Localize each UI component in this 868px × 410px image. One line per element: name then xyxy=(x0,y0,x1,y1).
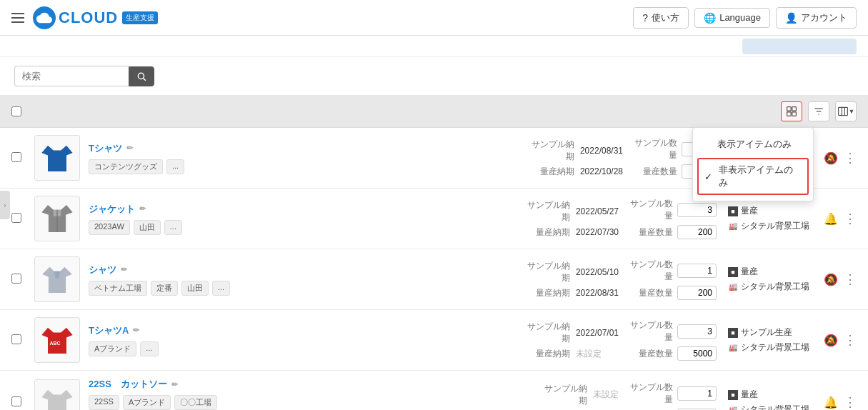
edit-icon-1[interactable]: ✏ xyxy=(139,204,146,214)
production-date-value-2: 2022/08/31 xyxy=(576,288,619,298)
help-button[interactable]: ? 使い方 xyxy=(633,7,689,29)
factory-icon-2: 🏭 xyxy=(728,282,738,292)
sample-qty-input-1[interactable] xyxy=(677,203,717,217)
more-button-0[interactable]: ⋮ xyxy=(844,150,857,166)
sample-qty-label-1: サンプル数量 xyxy=(630,198,673,222)
account-label: アカウント xyxy=(801,11,847,24)
product-name-link-2[interactable]: シャツ xyxy=(89,264,116,276)
account-icon: 👤 xyxy=(785,12,797,24)
bell-button-4[interactable]: 🔔 xyxy=(824,396,838,409)
status1-text-2: 量産 xyxy=(741,266,758,278)
filter-button[interactable] xyxy=(808,101,829,121)
select-all-checkbox[interactable] xyxy=(11,106,21,116)
production-date-value-0: 2022/10/28 xyxy=(580,166,623,176)
row-checkbox-4[interactable] xyxy=(11,396,26,409)
tag-3-1[interactable]: ... xyxy=(140,341,158,356)
search-input[interactable] xyxy=(14,66,129,86)
tag-0-1[interactable]: ... xyxy=(166,159,184,174)
tooltip-box xyxy=(742,39,857,54)
row-actions-1: 🔔 ⋮ xyxy=(824,211,857,226)
tag-0-0[interactable]: コンテンツグッズ xyxy=(89,159,163,174)
tag-2-2[interactable]: 山田 xyxy=(181,281,209,296)
dates-section-2: サンプル納期 2022/05/10 量産納期 2022/08/31 xyxy=(520,260,619,299)
product-name-link-0[interactable]: Tシャツ xyxy=(89,142,122,155)
status1-icon-2: ■ xyxy=(728,267,738,277)
production-qty-input-2[interactable] xyxy=(677,286,717,300)
svg-marker-20 xyxy=(41,390,72,410)
sidebar-toggle[interactable]: › xyxy=(0,191,10,219)
svg-rect-2 xyxy=(787,107,792,111)
factory-icon-1: 🏭 xyxy=(728,221,738,231)
factory-icon-3: 🏭 xyxy=(728,343,738,353)
tag-2-0[interactable]: ベトナム工場 xyxy=(89,281,147,296)
product-thumb-3: ABC xyxy=(34,317,80,363)
tag-4-2[interactable]: 〇〇工場 xyxy=(174,395,217,410)
tag-1-2[interactable]: ... xyxy=(164,220,182,235)
status2-text-3: シタテル背景工場 xyxy=(741,341,809,354)
more-button-2[interactable]: ⋮ xyxy=(844,271,857,287)
bell-button-0[interactable]: 🔕 xyxy=(824,151,838,165)
header-right: ? 使い方 🌐 Language 👤 アカウント xyxy=(633,7,857,29)
sample-qty-input-4[interactable] xyxy=(677,386,717,401)
logo-icon xyxy=(33,6,56,29)
row-actions-4: 🔔 ⋮ xyxy=(824,394,857,410)
edit-icon-0[interactable]: ✏ xyxy=(126,144,133,153)
row-actions-0: 🔕 ⋮ xyxy=(824,150,857,166)
edit-icon-4[interactable]: ✏ xyxy=(171,380,178,389)
bell-button-1[interactable]: 🔔 xyxy=(824,212,838,226)
more-button-1[interactable]: ⋮ xyxy=(844,211,857,226)
qty-section-4: サンプル数量 量産数量 xyxy=(630,381,717,410)
tag-4-1[interactable]: Aブランド xyxy=(123,395,171,410)
sample-qty-input-3[interactable] xyxy=(677,324,717,339)
tag-1-1[interactable]: 山田 xyxy=(134,220,161,235)
product-info-0: Tシャツ ✏ コンテンツグッズ... xyxy=(89,142,231,174)
tag-4-0[interactable]: 22SS xyxy=(89,395,119,410)
svg-rect-9 xyxy=(838,107,847,115)
status2-text-1: シタテル背景工場 xyxy=(741,220,809,232)
product-name-link-1[interactable]: ジャケット xyxy=(89,203,135,216)
dates-section-3: サンプル納期 2022/07/01 量産納期 未設定 xyxy=(520,321,619,360)
row-checkbox-2[interactable] xyxy=(11,274,26,286)
sample-qty-input-2[interactable] xyxy=(677,264,717,278)
product-name-3: TシャツA ✏ xyxy=(89,324,231,337)
status1-icon-4: ■ xyxy=(728,390,738,400)
display-toggle-button[interactable] xyxy=(781,101,802,121)
columns-button[interactable]: ▼ xyxy=(835,101,857,121)
language-button[interactable]: 🌐 Language xyxy=(694,8,770,28)
tag-2-1[interactable]: 定番 xyxy=(151,281,178,296)
bell-button-3[interactable]: 🔕 xyxy=(824,334,838,347)
edit-icon-2[interactable]: ✏ xyxy=(121,265,127,274)
sample-date-value-3: 2022/07/01 xyxy=(576,328,619,338)
sample-date-value-4: 未設定 xyxy=(593,389,619,401)
status-section-3: ■ サンプル生産 🏭 シタテル背景工場 xyxy=(728,326,809,354)
tag-2-3[interactable]: ... xyxy=(212,281,230,296)
product-name-link-3[interactable]: TシャツA xyxy=(89,324,129,337)
check-selected-icon: ✓ xyxy=(704,171,714,182)
production-qty-input-3[interactable] xyxy=(677,346,717,361)
more-button-4[interactable]: ⋮ xyxy=(844,394,857,410)
bell-button-2[interactable]: 🔕 xyxy=(824,273,838,286)
product-thumb-0 xyxy=(34,135,80,181)
production-qty-row-3: 量産数量 xyxy=(630,346,717,361)
sample-qty-row-3: サンプル数量 xyxy=(630,319,717,344)
hamburger-menu[interactable] xyxy=(11,13,24,23)
product-name-link-4[interactable]: 22SS カットソー xyxy=(89,378,167,391)
search-button[interactable] xyxy=(129,66,154,86)
dropdown-item-visible-only[interactable]: 表示アイテムのみ xyxy=(693,132,813,156)
edit-icon-3[interactable]: ✏ xyxy=(133,326,139,335)
status1-text-3: サンプル生産 xyxy=(741,326,792,339)
check-empty xyxy=(703,139,713,150)
logo: CLOUD 生産支援 xyxy=(33,6,158,29)
row-checkbox-3[interactable] xyxy=(11,334,26,346)
production-qty-input-1[interactable] xyxy=(677,225,717,239)
row-checkbox-1[interactable] xyxy=(11,213,26,225)
production-date-row-1: 量産納期 2022/07/30 xyxy=(520,226,619,239)
tag-1-0[interactable]: 2023AW xyxy=(89,220,130,235)
more-button-3[interactable]: ⋮ xyxy=(844,332,857,348)
row-checkbox-0[interactable] xyxy=(11,152,26,164)
qty-section-3: サンプル数量 量産数量 xyxy=(630,319,717,361)
tag-3-0[interactable]: Aブランド xyxy=(89,341,136,356)
account-button[interactable]: 👤 アカウント xyxy=(776,7,857,29)
sample-date-row-4: サンプル納期 未設定 xyxy=(537,383,619,407)
dropdown-item-hidden-only[interactable]: ✓ 非表示アイテムのみ xyxy=(697,158,809,195)
